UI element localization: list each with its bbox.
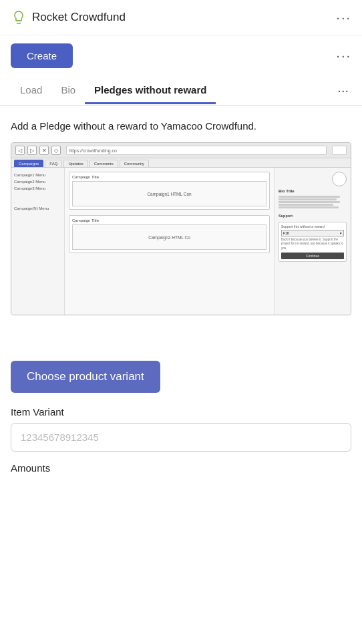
bio-line-3 xyxy=(279,201,340,203)
toolbar-more-icon[interactable]: ··· xyxy=(336,48,351,63)
tab-load[interactable]: Load xyxy=(11,77,51,104)
browser-support-select[interactable]: F18 ▾ xyxy=(281,230,344,236)
browser-campaign-1-title: Campaign Title xyxy=(72,175,266,179)
browser-refresh-btn[interactable]: ✕ xyxy=(39,146,49,155)
bulb-icon xyxy=(11,9,27,25)
header-more-icon[interactable]: ··· xyxy=(336,10,351,25)
browser-right-panel: Bio Title Support Support this without a… xyxy=(274,168,351,315)
browser-support-box: Support this without a reward F18 ▾ Back… xyxy=(279,222,347,262)
browser-bar: ◁ ▷ ✕ ◇ https://crowdfunding.co xyxy=(11,143,351,158)
browser-bio-title: Bio Title xyxy=(279,189,347,193)
bio-line-2 xyxy=(279,198,337,200)
browser-campaign-2-label: Campaign2 HTML Co xyxy=(148,235,190,240)
browser-tab-faq[interactable]: FAQ xyxy=(45,160,62,167)
create-button[interactable]: Create xyxy=(11,43,73,68)
browser-campaign-2-box: Campaign2 HTML Co xyxy=(72,224,266,250)
browser-support-text: Back it because you believe it. Support … xyxy=(281,238,344,251)
tab-pledges[interactable]: Pledges without reward xyxy=(85,77,216,104)
item-variant-label: Item Variant xyxy=(11,406,351,418)
item-variant-field: Item Variant xyxy=(11,406,351,462)
browser-tab-updates[interactable]: Updates xyxy=(63,160,87,167)
browser-campaign-2: Campaign Title Campaign2 HTML Co xyxy=(69,215,270,253)
item-variant-input[interactable] xyxy=(11,423,351,452)
sidebar-item-6: Campaign(N) Menu xyxy=(14,205,61,212)
browser-campaigns-main: Campaign Title Campaign1 HTML Con Campai… xyxy=(65,168,274,315)
browser-tab-comments[interactable]: Comments xyxy=(89,160,118,167)
browser-campaign-1-box: Campaign1 HTML Con xyxy=(72,181,266,206)
choose-variant-button[interactable]: Choose product variant xyxy=(11,361,160,393)
browser-go-btn[interactable] xyxy=(332,146,347,155)
sidebar-item-2: Campaign2 Menu xyxy=(14,178,61,185)
sidebar-item-1: Campaign1 Menu xyxy=(14,172,61,178)
amounts-field: Amounts xyxy=(11,462,351,474)
browser-continue-btn[interactable]: Continue xyxy=(281,253,344,259)
app-title: Rocket Crowdfund xyxy=(32,11,126,24)
browser-support-title: Support this without a reward xyxy=(281,224,344,228)
bio-line-1 xyxy=(279,196,340,198)
description-text: Add a Pledge without a reward to Yamacoo… xyxy=(11,119,351,133)
browser-sidebar: Campaign1 Menu Campaign2 Menu Campaign3 … xyxy=(11,168,65,315)
bottom-section: Choose product variant Item Variant Amou… xyxy=(0,347,362,492)
browser-bio-lines xyxy=(279,196,347,208)
browser-avatar xyxy=(332,172,347,186)
browser-select-chevron: ▾ xyxy=(340,231,342,235)
browser-campaign-1: Campaign Title Campaign1 HTML Con xyxy=(69,172,270,210)
browser-support-select-value: F18 xyxy=(283,231,289,235)
sidebar-item-5: · xyxy=(14,198,61,205)
main-content: Add a Pledge without a reward to Yamacoo… xyxy=(0,106,362,347)
browser-url[interactable]: https://crowdfunding.co xyxy=(66,146,327,155)
browser-tab-community[interactable]: Community xyxy=(120,160,149,167)
sidebar-item-3: Campaign3 Menu xyxy=(14,185,61,192)
header-left: Rocket Crowdfund xyxy=(11,9,126,25)
browser-body: Campaign1 Menu Campaign2 Menu Campaign3 … xyxy=(11,168,351,315)
browser-forward-btn[interactable]: ▷ xyxy=(27,146,37,155)
browser-mockup: ◁ ▷ ✕ ◇ https://crowdfunding.co Campaign… xyxy=(11,142,351,315)
browser-support-section-label: Support xyxy=(279,214,347,218)
bio-line-5 xyxy=(279,206,339,208)
app-header: Rocket Crowdfund ··· xyxy=(0,0,362,35)
browser-back-btn[interactable]: ◁ xyxy=(15,146,25,155)
browser-campaign-1-label: Campaign1 HTML Con xyxy=(147,192,191,196)
tabs-more-icon[interactable]: ··· xyxy=(335,76,351,105)
browser-tab-campaigns[interactable]: Campaigns xyxy=(14,160,43,167)
bio-line-4 xyxy=(279,204,333,206)
browser-campaign-2-title: Campaign Title xyxy=(72,218,266,222)
toolbar: Create ··· xyxy=(0,35,362,76)
tabs-row: Load Bio Pledges without reward ··· xyxy=(0,76,362,106)
sidebar-item-4 xyxy=(14,192,61,198)
browser-home-btn[interactable]: ◇ xyxy=(51,146,61,155)
amounts-label: Amounts xyxy=(11,462,351,474)
browser-inner-tabs: Campaigns FAQ Updates Comments Community xyxy=(11,158,351,168)
tab-bio[interactable]: Bio xyxy=(51,77,85,104)
